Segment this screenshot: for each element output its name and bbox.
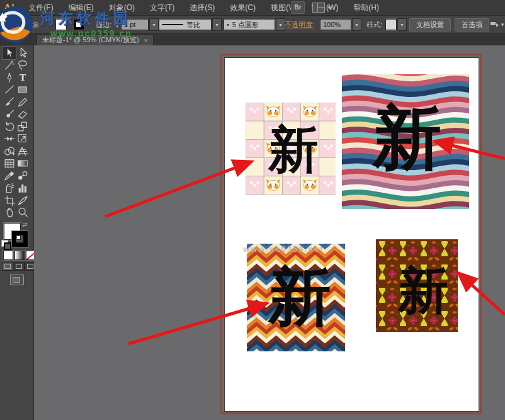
- perspective-grid-icon: [16, 145, 29, 157]
- tool-type[interactable]: T: [16, 71, 29, 84]
- draw-behind-button[interactable]: [13, 262, 25, 271]
- preferences-button[interactable]: 首选项: [455, 18, 489, 31]
- menu-item-3[interactable]: 文字(T): [142, 0, 182, 15]
- illustrator-window: Ai 文件(F)编辑(E)对象(O)文字(T)选择(S)效果(C)视图(V)窗口…: [0, 0, 505, 420]
- color-button[interactable]: [3, 251, 13, 260]
- type-icon: T: [16, 71, 29, 84]
- eyedropper-icon: [3, 169, 16, 182]
- style-label: 样式:: [366, 16, 382, 33]
- symbol-sprayer-icon: [3, 181, 16, 194]
- tool-slice[interactable]: [16, 194, 29, 207]
- tool-direct-selection[interactable]: [16, 47, 29, 59]
- line-preview-icon: [162, 23, 183, 26]
- menu-item-4[interactable]: 选择(S): [182, 0, 222, 15]
- tool-zoom[interactable]: [16, 207, 29, 219]
- opacity-link[interactable]: 不透明度:: [285, 16, 314, 33]
- swap-fill-stroke-icon[interactable]: ⇄: [23, 222, 28, 228]
- tool-paintbrush[interactable]: [3, 96, 16, 108]
- style-dropdown[interactable]: ▼: [397, 18, 407, 31]
- new-character-rainbow-wave: 新: [373, 103, 442, 173]
- width-profile-select[interactable]: 等比: [159, 19, 212, 30]
- stroke-weight-dropdown[interactable]: ▼: [149, 18, 159, 31]
- document-setup-button[interactable]: 文档设置: [409, 18, 451, 31]
- tool-blob-brush[interactable]: [3, 108, 16, 121]
- hand-icon: [3, 206, 16, 219]
- watermark-url-canvas: www.pc0359.net: [243, 244, 324, 254]
- tool-rectangle[interactable]: [16, 84, 29, 96]
- tool-pencil[interactable]: [16, 96, 29, 108]
- blend-icon: [16, 169, 29, 182]
- canvas-pasteboard[interactable]: 新新新新 www.pc0359.net: [34, 45, 505, 420]
- tool-free-transform[interactable]: [16, 133, 29, 145]
- align-panel-icon[interactable]: ▼: [490, 16, 505, 33]
- gradient-icon: [16, 157, 29, 169]
- watermark-site-url: www.pc0359.cn: [50, 28, 132, 38]
- lasso-icon: [16, 59, 29, 71]
- scale-icon: [16, 120, 29, 133]
- tool-magic-wand[interactable]: [3, 59, 16, 72]
- menu-item-8[interactable]: 帮助(H): [346, 0, 387, 15]
- rectangle-icon: [16, 83, 29, 96]
- svg-text:T: T: [19, 72, 25, 82]
- stroke-indicator[interactable]: [12, 231, 28, 247]
- rotate-icon: [3, 120, 16, 133]
- watermark-site-name: 河东软件园: [40, 9, 132, 28]
- free-transform-icon: [16, 132, 29, 145]
- tab-close-icon[interactable]: ×: [144, 37, 148, 44]
- line-segment-icon: [3, 83, 16, 96]
- new-character-cat-check: 新: [268, 125, 319, 175]
- opacity-input[interactable]: 100%: [320, 19, 351, 30]
- shape-builder-icon: [3, 145, 16, 157]
- tool-width[interactable]: [3, 133, 16, 145]
- tool-column-graph[interactable]: [16, 182, 29, 195]
- tool-perspective-grid[interactable]: [16, 145, 29, 157]
- column-graph-icon: [16, 181, 29, 194]
- tool-eraser[interactable]: [16, 108, 29, 121]
- style-swatch[interactable]: [385, 19, 397, 30]
- brush-select[interactable]: • 5 点圆形: [224, 19, 275, 30]
- menu-item-5[interactable]: 效果(C): [222, 0, 263, 15]
- tool-shape-builder[interactable]: [3, 145, 16, 157]
- direct-selection-icon: [16, 47, 29, 59]
- tool-hand[interactable]: [3, 207, 16, 219]
- watermark-logo: [0, 5, 35, 44]
- screen-mode-button[interactable]: [10, 275, 24, 285]
- chevron-down-icon: ▼: [327, 5, 332, 11]
- new-character-chevron: 新: [268, 266, 331, 329]
- artboard-icon: [3, 194, 16, 207]
- paintbrush-icon: [3, 96, 16, 108]
- pen-icon: [3, 71, 16, 84]
- width-profile-dropdown[interactable]: ▼: [212, 18, 222, 31]
- tool-artboard[interactable]: [3, 194, 16, 207]
- brush-dot-icon: •: [227, 21, 229, 28]
- tool-rotate[interactable]: [3, 120, 16, 133]
- draw-normal-button[interactable]: [2, 262, 13, 271]
- zoom-icon: [16, 206, 29, 219]
- tool-line-segment[interactable]: [3, 84, 16, 96]
- blob-brush-icon: [3, 108, 16, 120]
- tool-lasso[interactable]: [16, 59, 29, 72]
- mesh-icon: [3, 157, 16, 169]
- workspace-icon: [312, 3, 325, 13]
- tool-gradient[interactable]: [16, 157, 29, 170]
- fill-stroke-indicator: ⇄: [3, 223, 31, 252]
- tool-eyedropper[interactable]: [3, 169, 16, 182]
- gradient-button[interactable]: [14, 251, 25, 260]
- tool-blend[interactable]: [16, 169, 29, 182]
- pencil-icon: [16, 96, 29, 108]
- selection-icon: [3, 47, 16, 59]
- opacity-dropdown[interactable]: ▼: [352, 18, 361, 31]
- tool-mesh[interactable]: [3, 157, 16, 170]
- new-character-ornate: 新: [398, 266, 448, 316]
- tool-scale[interactable]: [16, 120, 29, 133]
- width-icon: [3, 132, 16, 145]
- tool-pen[interactable]: [3, 71, 16, 84]
- default-fill-stroke-icon[interactable]: [1, 240, 8, 247]
- eraser-icon: [16, 108, 29, 120]
- tool-selection[interactable]: [3, 47, 16, 59]
- tool-symbol-sprayer[interactable]: [3, 182, 16, 195]
- bridge-button[interactable]: Br: [291, 1, 305, 14]
- drawing-modes: [2, 262, 36, 271]
- workspace-switcher[interactable]: ▼: [312, 3, 332, 13]
- brush-dropdown[interactable]: ▼: [276, 18, 285, 31]
